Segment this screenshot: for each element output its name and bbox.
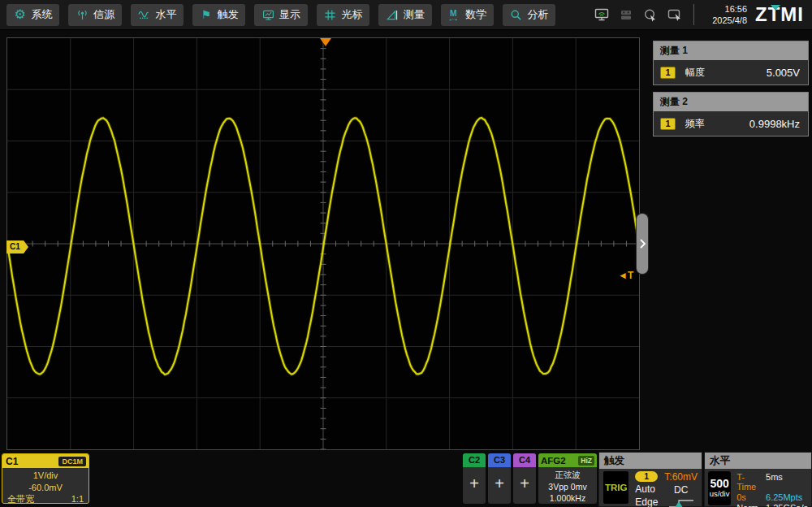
memory-depth: 6.25Mpts	[766, 492, 808, 502]
measurement-card-1: 测量 1 1 幅度 5.005V	[653, 41, 809, 85]
menu-label-analyze: 分析	[528, 7, 549, 22]
clock: 16:56 2025/4/8	[712, 3, 747, 27]
trigger-panel[interactable]: 触发 TRIG 1 Auto Edge T:60mV DC	[598, 452, 702, 507]
channel1-info-box[interactable]: C1 DC1M 1V/div -60.0mV 全带宽 1:1	[2, 453, 89, 504]
measurement-1-value: 5.005V	[767, 67, 800, 79]
menu-button-cursor[interactable]: 光标	[317, 4, 369, 26]
topbar-divider	[693, 4, 694, 25]
sine-wave-icon	[137, 8, 150, 21]
menu-button-measure[interactable]: 测量	[378, 4, 431, 26]
trigger-panel-title: 触发	[599, 453, 702, 469]
plus-icon: +	[513, 467, 536, 492]
channel1-coupling-badge: DC1M	[58, 457, 86, 466]
channel4-button[interactable]: C4 +	[513, 453, 536, 504]
cursor-grid-icon	[323, 8, 336, 21]
menu-label-system: 系统	[32, 7, 53, 22]
channel4-name: C4	[513, 453, 536, 467]
measure-triangle-icon	[386, 8, 399, 21]
status-icon-group	[594, 8, 682, 22]
afg-impedance-badge: HiZ	[578, 456, 594, 466]
channel2-button[interactable]: C2 +	[463, 453, 486, 504]
measurement-panel: 测量 1 1 幅度 5.005V 测量 2 1 频率 0.9998kHz	[650, 34, 812, 450]
sample-rate: 1.25GSa/s	[766, 503, 808, 507]
measurement-card-2: 测量 2 1 频率 0.9998kHz	[653, 92, 809, 136]
channel1-probe-ratio: 1:1	[71, 493, 84, 504]
logo-triangle-icon	[771, 5, 780, 11]
magnifier-icon	[510, 8, 523, 21]
source-badge: 1	[660, 118, 676, 130]
horizontal-position: 0s	[736, 492, 758, 502]
channel1-bandwidth: 全带宽	[7, 493, 34, 504]
lan-icon	[594, 8, 609, 22]
oscilloscope-screen: { "topbar": { "menus": [ {"label": "系统",…	[0, 0, 812, 507]
timebase-unit: us/div	[710, 490, 730, 498]
measurement-2-row[interactable]: 1 频率 0.9998kHz	[654, 111, 808, 136]
channel3-button[interactable]: C3 +	[488, 453, 511, 504]
measurement-1-header: 测量 1	[654, 41, 808, 60]
trigger-source-badge: 1	[635, 471, 658, 482]
channel1-header: C1 DC1M	[2, 454, 89, 468]
broadcast-icon	[76, 8, 89, 21]
measurement-2-value: 0.9998kHz	[749, 118, 800, 130]
channel1-details: 1V/div -60.0mV 全带宽 1:1	[2, 468, 89, 504]
trigger-mode: Auto	[635, 483, 658, 495]
menu-label-math: 数学	[465, 7, 486, 22]
horizontal-panel[interactable]: 水平 500 us/div T-Time 5ms 0s 6.25Mpts Nor…	[704, 452, 812, 507]
bottom-status-bar: C1 DC1M 1V/div -60.0mV 全带宽 1:1 C2 + C3 +…	[0, 452, 812, 507]
afg-details: 正弦波 3Vpp 0mv 1.000kHz	[538, 467, 597, 504]
touch-icon	[643, 8, 658, 22]
gesture-icon	[667, 8, 682, 22]
trigger-panel-body: TRIG 1 Auto Edge T:60mV DC	[599, 469, 702, 507]
display-icon	[261, 8, 274, 21]
trigger-level-marker[interactable]: ◄T	[618, 270, 633, 281]
menu-button-analyze[interactable]: 分析	[503, 4, 555, 26]
rising-edge-icon	[667, 497, 695, 507]
channel3-name: C3	[488, 453, 511, 467]
channel1-name: C1	[2, 456, 18, 467]
afg-name: AFG2	[541, 456, 566, 466]
top-menu-bar: ⚙ 系统 信源 水平 ⚑ 触发 显示 光标 测量 M+−× 数学 分析 1	[0, 0, 812, 30]
trigger-level-value: T:60mV	[664, 471, 698, 483]
source-badge: 1	[660, 67, 676, 79]
flag-icon: ⚑	[200, 8, 213, 21]
afg-header: AFG2 HiZ	[538, 453, 597, 467]
afg-info-box[interactable]: AFG2 HiZ 正弦波 3Vpp 0mv 1.000kHz	[538, 453, 597, 504]
menu-button-source[interactable]: 信源	[68, 4, 121, 26]
menu-button-trigger[interactable]: ⚑ 触发	[192, 4, 245, 26]
timebase-value: 500	[710, 478, 728, 490]
measurement-1-label: 幅度	[685, 66, 705, 80]
menu-button-system[interactable]: ⚙ 系统	[6, 4, 59, 26]
afg-frequency: 1.000kHz	[538, 492, 597, 504]
trigger-position-marker[interactable]	[320, 38, 331, 46]
horizontal-panel-body: 500 us/div T-Time 5ms 0s 6.25Mpts Norm 1…	[705, 469, 811, 507]
menu-button-math[interactable]: M+−× 数学	[441, 4, 494, 26]
brand-logo: ZTMI	[755, 3, 804, 26]
menu-label-source: 信源	[93, 7, 114, 22]
horizontal-panel-title: 水平	[705, 453, 811, 469]
menu-label-measure: 测量	[404, 7, 425, 22]
trigger-status-box: TRIG	[603, 471, 628, 504]
channel1-offset: -60.0mV	[2, 482, 89, 494]
svg-text:+−×: +−×	[449, 15, 458, 20]
measurement-2-header: 测量 2	[654, 93, 808, 111]
side-panel-handle[interactable]	[637, 214, 648, 274]
afg-wave-type: 正弦波	[538, 469, 597, 481]
trigger-type: Edge	[635, 496, 658, 507]
channel2-name: C2	[463, 453, 486, 467]
math-m-icon: M+−×	[447, 8, 460, 21]
plus-icon: +	[463, 467, 486, 492]
menu-label-cursor: 光标	[341, 7, 362, 22]
measurement-2-label: 频率	[685, 117, 705, 131]
menu-button-horizontal[interactable]: 水平	[131, 4, 184, 26]
menu-button-display[interactable]: 显示	[254, 4, 307, 26]
chevron-right-icon	[639, 238, 646, 249]
gear-icon: ⚙	[14, 8, 27, 21]
trigger-coupling: DC	[674, 484, 688, 496]
measurement-1-row[interactable]: 1 幅度 5.005V	[654, 60, 808, 84]
menu-label-display: 显示	[279, 7, 300, 22]
timebase-box[interactable]: 500 us/div	[708, 471, 731, 505]
t-time-value: 5ms	[766, 472, 808, 492]
usb-disk-icon	[619, 8, 633, 22]
afg-amplitude: 3Vpp 0mv	[538, 481, 597, 493]
channel1-scale: 1V/div	[2, 470, 89, 482]
